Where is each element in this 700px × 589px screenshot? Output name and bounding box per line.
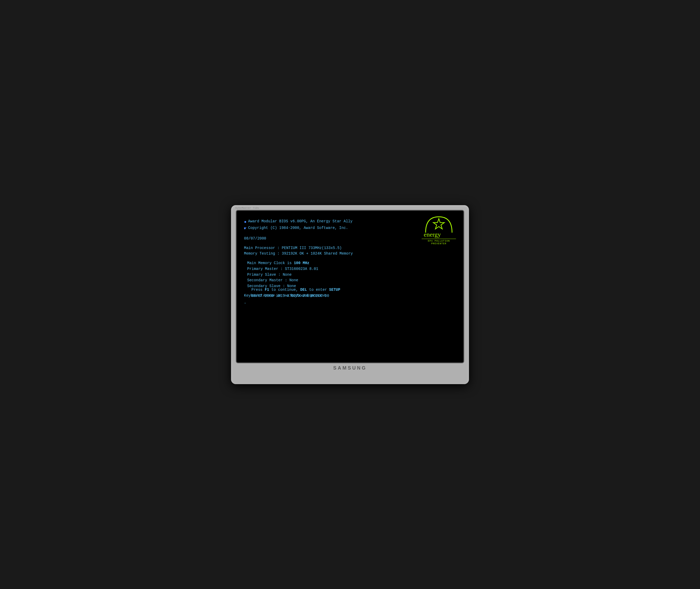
bios-processor-label: Main Processor [244,246,275,250]
bios-line-2: ☛ Copyright (C) 1984-2000, Award Softwar… [244,225,456,232]
bios-f1-key: F1 [265,287,269,292]
bios-main-memory-value: 100 MHz [294,261,309,265]
bios-header: ● Award Modular BIOS v6.00PG, An Energy … [244,219,456,232]
bios-screen: ● Award Modular BIOS v6.00PG, An Energy … [244,219,456,307]
bios-memory-line: Memory Testing : 392192K OK + 1024K Shar… [244,251,456,257]
bios-details-block: Main Memory Clock is 100 MHz Primary Mas… [247,260,456,289]
bios-setup-word: SETUP [329,287,340,292]
bios-processor-value: PENTIUM III 733MHz(133x5.5) [282,246,342,250]
bios-cursor-line: - [244,301,456,307]
bios-secondary-master-value: None [289,278,298,282]
bios-primary-slave-line: Primary Slave : None [247,272,456,278]
bios-primary-master-line: Primary Master : ST3160023A 8.01 [247,266,456,272]
bios-processor-block: Main Processor : PENTIUM III 733MHz(133x… [244,245,456,257]
bios-del-key: DEL [300,287,307,292]
bios-processor-sep: : [277,246,282,250]
bios-line-1: ● Award Modular BIOS v6.00PG, An Energy … [244,219,456,225]
bios-processor-line: Main Processor : PENTIUM III 733MHz(133x… [244,245,456,251]
bios-dash: - [244,301,246,305]
bios-main-memory-clock-line: Main Memory Clock is 100 MHz [247,260,456,266]
monitor-brand-label: SAMSUNG [236,365,464,371]
run-icon: ☛ [244,225,247,232]
bios-build-id: 08/07/2000-i815-47B27X-JV69RC2CC-00 [251,293,449,299]
bios-primary-slave-value: None [283,272,291,277]
person-icon: ● [244,219,247,225]
bios-primary-slave-label: Primary Slave [247,272,276,277]
bios-copyright-line: Copyright (C) 1984-2000, Award Software,… [248,225,348,231]
bios-primary-master-label: Primary Master [247,267,278,271]
bios-memory-sep: : [277,251,282,256]
bios-date: 08/07/2000 [244,236,456,242]
bios-secondary-master-label: Secondary Master [247,278,283,282]
bios-secondary-master-line: Secondary Master : None [247,277,456,283]
bios-bottom-block: Press F1 to continue, DEL to enter SETUP… [251,287,449,299]
bios-press-line: Press F1 to continue, DEL to enter SETUP [251,287,449,293]
bios-primary-master-value: ST3160023A 8.01 [285,267,318,271]
bios-memory-label: Memory Testing [244,251,275,256]
bios-memory-value: 392192K OK + 1024K Shared Memory [282,251,353,256]
bios-award-line: Award Modular BIOS v6.00PG, An Energy St… [248,219,353,224]
bios-main-memory-label: Main Memory Clock is [247,261,291,265]
monitor-screen: energy EPA POLLUTION PREVENTER ● Award M… [236,210,464,363]
monitor-model-label: SyncMaster 710v [235,207,259,210]
monitor: SyncMaster 710v energy EPA POLLUTION PRE… [231,205,469,384]
